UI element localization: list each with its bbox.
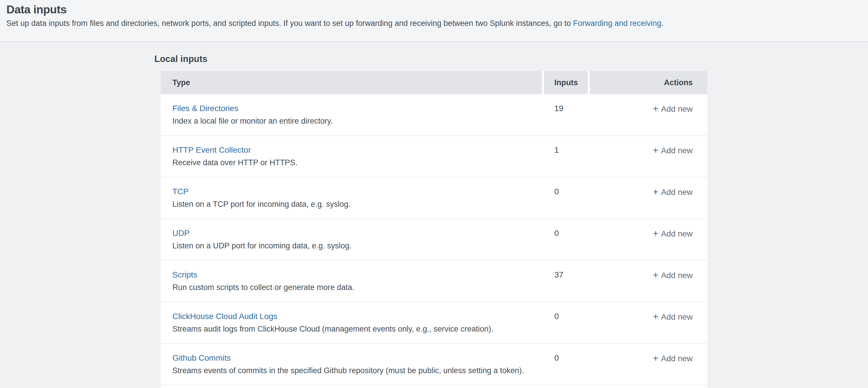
input-type-link-udp[interactable]: UDP [173, 228, 189, 238]
page-subtitle: Set up data inputs from files and direct… [6, 18, 861, 28]
add-new-label: Add new [661, 188, 693, 197]
inputs-count: 19 [544, 94, 590, 135]
data-inputs-page: Data inputs Set up data inputs from file… [0, 0, 868, 388]
table-header-row: Type Inputs Actions [161, 71, 707, 94]
type-cell: Scripts Run custom scripts to collect or… [161, 261, 544, 302]
type-cell: Files & Directories Index a local file o… [161, 94, 544, 135]
add-new-label: Add new [661, 229, 693, 238]
add-new-button-udp[interactable]: +Add new [653, 228, 693, 239]
input-type-link-github-commits[interactable]: Github Commits [173, 353, 231, 363]
actions-cell: +Add new [590, 94, 707, 135]
actions-cell: +Add new [590, 344, 707, 385]
forwarding-and-receiving-link[interactable]: Forwarding and receiving [573, 19, 661, 28]
type-cell: TCP Listen on a TCP port for incoming da… [161, 177, 544, 218]
plus-icon: + [653, 186, 658, 197]
actions-cell: +Add new [590, 261, 707, 302]
type-cell: ClickHouse Cloud Audit Logs Streams audi… [161, 302, 544, 343]
inputs-count: 1 [544, 136, 590, 177]
column-header-inputs: Inputs [544, 71, 588, 94]
column-header-type: Type [161, 71, 542, 94]
table-row-github-commits: Github Commits Streams events of commits… [161, 344, 707, 385]
plus-icon: + [653, 228, 658, 239]
add-new-label: Add new [661, 271, 693, 280]
input-type-link-files-directories[interactable]: Files & Directories [173, 103, 238, 113]
input-type-description: Run custom scripts to collect or generat… [173, 282, 544, 292]
section-title-local-inputs: Local inputs [154, 54, 868, 64]
input-type-description: Listen on a TCP port for incoming data, … [173, 199, 544, 209]
table-row-tcp: TCP Listen on a TCP port for incoming da… [161, 177, 707, 219]
type-cell: HTTP Event Collector Receive data over H… [161, 136, 544, 177]
table-row-scripts: Scripts Run custom scripts to collect or… [161, 261, 707, 302]
subtitle-text-after: . [661, 19, 664, 28]
table-row-files-directories: Files & Directories Index a local file o… [161, 94, 707, 136]
table-row-clickhouse-cloud-audit-logs: ClickHouse Cloud Audit Logs Streams audi… [161, 302, 707, 344]
add-new-label: Add new [661, 146, 693, 155]
input-type-description: Receive data over HTTP or HTTPS. [173, 158, 544, 168]
next-row-partial [161, 385, 707, 388]
plus-icon: + [653, 145, 658, 156]
add-new-button-http-event-collector[interactable]: +Add new [653, 145, 693, 156]
add-new-button-tcp[interactable]: +Add new [653, 187, 693, 197]
subtitle-text-before: Set up data inputs from files and direct… [6, 19, 573, 28]
add-new-label: Add new [661, 105, 693, 113]
actions-cell: +Add new [590, 219, 707, 260]
inputs-count: 0 [544, 177, 590, 218]
input-type-description: Streams audit logs from ClickHouse Cloud… [173, 324, 544, 334]
add-new-button-scripts[interactable]: +Add new [653, 270, 693, 280]
inputs-count: 0 [544, 344, 590, 385]
type-cell: UDP Listen on a UDP port for incoming da… [161, 219, 544, 260]
input-type-description: Index a local file or monitor an entire … [173, 116, 544, 126]
actions-cell: +Add new [590, 136, 707, 177]
input-type-link-http-event-collector[interactable]: HTTP Event Collector [173, 145, 251, 155]
content-area: Local inputs Type Inputs Actions Files &… [0, 42, 868, 388]
inputs-count: 0 [544, 219, 590, 260]
actions-cell: +Add new [590, 302, 707, 343]
add-new-button-clickhouse-cloud-audit-logs[interactable]: +Add new [653, 311, 693, 322]
type-cell: Github Commits Streams events of commits… [161, 344, 544, 385]
page-title: Data inputs [6, 3, 861, 16]
local-inputs-table: Type Inputs Actions Files & Directories … [161, 71, 707, 388]
input-type-link-scripts[interactable]: Scripts [173, 270, 197, 280]
input-type-description: Streams events of commits in the specifi… [173, 366, 544, 376]
column-header-actions: Actions [590, 71, 707, 94]
actions-cell: +Add new [590, 177, 707, 218]
page-header: Data inputs Set up data inputs from file… [0, 0, 868, 42]
plus-icon: + [653, 311, 658, 322]
table-row-http-event-collector: HTTP Event Collector Receive data over H… [161, 136, 707, 177]
input-type-link-clickhouse-cloud-audit-logs[interactable]: ClickHouse Cloud Audit Logs [173, 311, 277, 321]
table-row-udp: UDP Listen on a UDP port for incoming da… [161, 219, 707, 261]
inputs-count: 0 [544, 302, 590, 343]
add-new-button-github-commits[interactable]: +Add new [653, 353, 693, 364]
add-new-button-files-directories[interactable]: +Add new [653, 103, 693, 114]
input-type-description: Listen on a UDP port for incoming data, … [173, 241, 544, 251]
add-new-label: Add new [661, 312, 693, 321]
inputs-count: 37 [544, 261, 590, 302]
input-type-link-tcp[interactable]: TCP [173, 187, 189, 197]
plus-icon: + [653, 270, 658, 280]
add-new-label: Add new [661, 354, 693, 363]
plus-icon: + [653, 103, 658, 114]
plus-icon: + [653, 353, 658, 364]
